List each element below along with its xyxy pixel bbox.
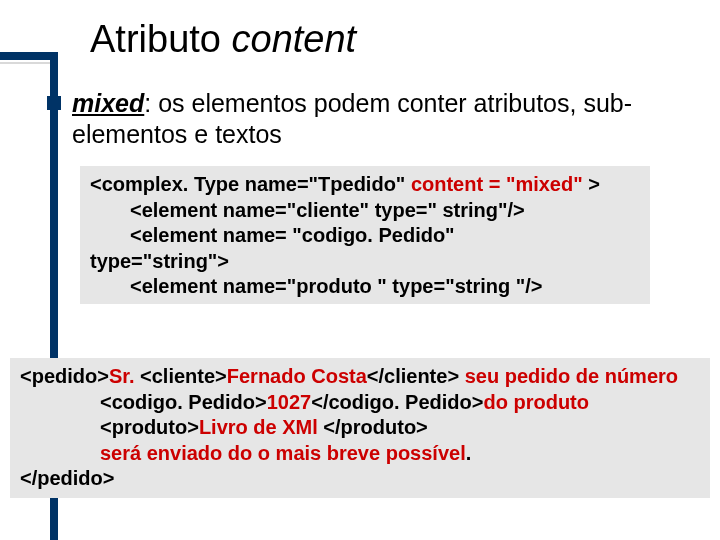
bullet-text: mixed: os elementos podem conter atribut… xyxy=(72,88,690,151)
code-line: <complex. Type name="Tpedido" content = … xyxy=(90,172,640,198)
code-line: <element name= "codigo. Pedido" xyxy=(90,223,640,249)
code-tag: <produto> xyxy=(100,416,199,438)
code-line: </pedido> xyxy=(20,466,700,492)
code-block-instance: <pedido>Sr. <cliente>Fernado Costa</clie… xyxy=(10,358,710,498)
code-line: <element name="cliente" type=" string"/> xyxy=(90,198,640,224)
code-line: <codigo. Pedido>1027</codigo. Pedido>do … xyxy=(20,390,700,416)
code-text-red: 1027 xyxy=(267,391,312,413)
title-plain: Atributo xyxy=(90,18,232,60)
code-line: será enviado do o mais breve possível. xyxy=(20,441,700,467)
code-block-schema: <complex. Type name="Tpedido" content = … xyxy=(80,166,650,304)
code-tag: </codigo. Pedido> xyxy=(311,391,483,413)
slide: Atributo content mixed: os elementos pod… xyxy=(0,0,720,540)
code-text: > xyxy=(583,173,600,195)
code-text-red: seu pedido de número xyxy=(465,365,678,387)
code-text-red: Fernado Costa xyxy=(227,365,367,387)
deco-bar-horizontal-inner xyxy=(0,62,52,64)
code-text-red: Livro de XMl xyxy=(199,416,323,438)
code-tag: </cliente> xyxy=(367,365,465,387)
code-line: <produto>Livro de XMl </produto> xyxy=(20,415,700,441)
slide-title: Atributo content xyxy=(90,18,356,61)
code-text: <element name= "codigo. Pedido" xyxy=(90,223,455,249)
code-tag: </produto> xyxy=(323,416,427,438)
bullet-icon xyxy=(47,96,61,110)
code-keyword: content = "mixed" xyxy=(411,173,583,195)
code-text-red: Sr. xyxy=(109,365,140,387)
code-text-red: será enviado do o mais breve possível xyxy=(100,442,466,464)
code-tag: <codigo. Pedido> xyxy=(100,391,267,413)
code-text: <complex. Type name="Tpedido" xyxy=(90,173,411,195)
code-line: <element name="produto " type="string "/… xyxy=(90,274,640,300)
code-text: . xyxy=(466,442,472,464)
title-italic: content xyxy=(232,18,357,60)
code-tag: <pedido> xyxy=(20,365,109,387)
code-tag: <cliente> xyxy=(140,365,227,387)
bullet-rest: : os elementos podem conter atributos, s… xyxy=(72,89,632,148)
bullet-mixed: mixed xyxy=(72,89,144,117)
code-line: <pedido>Sr. <cliente>Fernado Costa</clie… xyxy=(20,364,700,390)
code-line: type="string"> xyxy=(90,249,640,275)
code-text-red: do produto xyxy=(483,391,589,413)
